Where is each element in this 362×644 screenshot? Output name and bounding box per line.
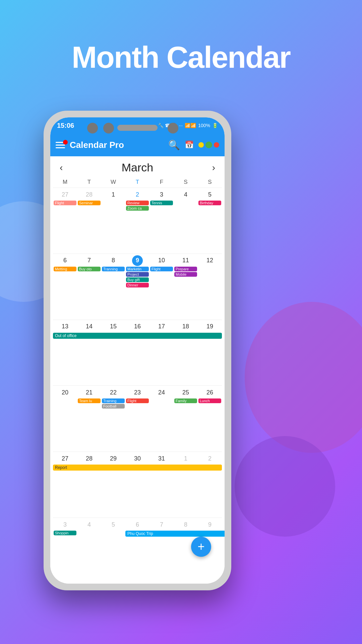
day-num-mar7: 7 — [84, 255, 95, 266]
cal-day-mar26[interactable]: 26 Lunch — [198, 386, 222, 451]
cal-day-mar14[interactable]: 14 — [77, 320, 101, 386]
day-num-mar23: 23 — [132, 387, 143, 398]
search-icon[interactable]: 🔍 — [168, 140, 180, 151]
cal-day-mar2[interactable]: 2 Review Zoom ca — [125, 188, 149, 254]
cal-day-mar3[interactable]: 3 Tennis — [149, 188, 174, 254]
cal-day-mar27[interactable]: 27 — [53, 452, 77, 518]
speaker — [117, 125, 158, 131]
cal-day-apr2[interactable]: 2 Family — [198, 452, 222, 518]
event-dinner[interactable]: Dinner — [126, 283, 149, 287]
day-num-mar14: 14 — [84, 321, 95, 332]
cal-day-apr5[interactable]: 5 — [101, 518, 125, 584]
event-family-mar25[interactable]: Family — [174, 398, 197, 403]
cal-day-mar19[interactable]: 19 — [198, 320, 222, 386]
cal-day-mar5[interactable]: 5 Birthday — [198, 188, 222, 254]
cal-day-mar6[interactable]: 6 Metting — [53, 254, 77, 320]
event-flight-mar10[interactable]: Flight — [150, 267, 173, 271]
event-buyoto[interactable]: Buy oto — [78, 267, 101, 271]
cal-day-mar17[interactable]: 17 — [149, 320, 174, 386]
event-tennis[interactable]: Tennis — [150, 201, 173, 205]
cal-day-apr3[interactable]: 3 Shoppin — [53, 518, 77, 584]
next-month-button[interactable]: › — [209, 162, 219, 173]
week-4: 20 21 Team lu 22 Training Football 23 — [53, 385, 222, 451]
event-training[interactable]: Training — [102, 398, 125, 403]
event-prepare[interactable]: Prepare — [174, 267, 197, 271]
signal-icon: 📶📶 — [185, 123, 196, 128]
cal-day-mar20[interactable]: 20 — [53, 386, 77, 451]
cal-day-mar22[interactable]: 22 Training Football — [101, 386, 125, 451]
status-icons: 🔧 ☎ 🚶 ··· 📶📶 100% 🔋 — [158, 123, 218, 128]
day-num-mar1: 1 — [108, 189, 119, 200]
cal-day-mar15[interactable]: 15 — [101, 320, 125, 386]
event-out-of-office[interactable]: Out of office — [53, 333, 222, 339]
day-num-feb28: 28 — [84, 189, 95, 200]
event-flight-feb27[interactable]: Flight — [54, 201, 76, 205]
cal-day-apr1[interactable]: 1 — [174, 452, 198, 518]
cal-day-mar12[interactable]: 12 — [198, 254, 222, 320]
day-num-mar24: 24 — [156, 387, 167, 398]
cal-day-mar23[interactable]: 23 Flight — [125, 386, 149, 451]
add-event-button[interactable]: + — [191, 537, 211, 557]
event-metting[interactable]: Metting — [54, 267, 76, 271]
menu-button[interactable] — [56, 142, 65, 148]
camera-right — [103, 123, 114, 133]
day-num-mar17: 17 — [156, 321, 167, 332]
event-phuquoc[interactable]: Phu Quoc Trip — [125, 531, 225, 537]
cal-day-mar18[interactable]: 18 — [174, 320, 198, 386]
day-num-feb27: 27 — [60, 189, 70, 200]
menu-line-3 — [56, 147, 65, 148]
event-football[interactable]: Football — [102, 404, 125, 409]
cal-day-feb27[interactable]: 27 Flight — [53, 188, 77, 254]
cal-day-mar25[interactable]: 25 Family — [174, 386, 198, 451]
day-num-mar31: 31 — [156, 453, 167, 464]
cal-day-mar4[interactable]: 4 — [174, 188, 198, 254]
week-5: 27 28 29 30 31 — [53, 451, 222, 518]
month-name: March — [122, 161, 153, 174]
day-num-apr7: 7 — [156, 519, 167, 530]
cal-day-mar24[interactable]: 24 — [149, 386, 174, 451]
event-tranning[interactable]: Tranning — [102, 267, 125, 271]
event-flight-mar23[interactable]: Flight — [126, 398, 149, 403]
calendar-icon[interactable]: 📅 — [185, 141, 194, 149]
day-headers: M T W T F S S — [53, 177, 222, 187]
prev-month-button[interactable]: ‹ — [56, 162, 66, 173]
event-project[interactable]: Project — [126, 272, 149, 277]
calendar-content: ‹ March › M T W T F S S — [50, 156, 225, 584]
day-num-mar21: 21 — [84, 387, 95, 398]
event-marketin[interactable]: Marketin — [126, 267, 149, 271]
event-zoom[interactable]: Zoom ca — [126, 206, 149, 211]
header-sat: S — [174, 178, 198, 186]
event-mobile[interactable]: Mobile — [174, 272, 197, 277]
cal-day-feb28[interactable]: 28 Seminar — [77, 188, 101, 254]
cal-day-mar10[interactable]: 10 Flight — [149, 254, 174, 320]
cal-day-mar9[interactable]: 9 Marketin Project Buy gift Dinner — [125, 254, 149, 320]
cal-day-mar30[interactable]: 30 — [125, 452, 149, 518]
event-birthday[interactable]: Birthday — [198, 201, 221, 205]
cal-day-mar28[interactable]: 28 — [77, 452, 101, 518]
cal-day-mar31[interactable]: 31 — [149, 452, 174, 518]
event-buygift[interactable]: Buy gift — [126, 277, 149, 282]
cal-day-mar21[interactable]: 21 Team lu — [77, 386, 101, 451]
event-teamlu[interactable]: Team lu — [78, 398, 101, 403]
cal-day-mar8[interactable]: 8 Tranning — [101, 254, 125, 320]
dot-green — [205, 142, 212, 148]
header-thu: T — [125, 178, 149, 186]
cal-day-mar29[interactable]: 29 — [101, 452, 125, 518]
day-num-mar3: 3 — [156, 189, 167, 200]
cal-day-mar16[interactable]: 16 — [125, 320, 149, 386]
event-review[interactable]: Review — [126, 201, 149, 205]
cal-day-mar13[interactable]: 13 — [53, 320, 77, 386]
event-seminar[interactable]: Seminar — [78, 201, 101, 205]
cal-day-mar7[interactable]: 7 Buy oto — [77, 254, 101, 320]
cal-day-mar11[interactable]: 11 Prepare Mobile — [174, 254, 198, 320]
event-lunch[interactable]: Lunch — [198, 398, 221, 403]
header-mon: M — [53, 178, 77, 186]
event-report[interactable]: Report — [53, 465, 222, 471]
cal-day-apr6[interactable]: 6 — [125, 518, 149, 584]
day-num-apr5: 5 — [108, 519, 119, 530]
cal-day-apr7[interactable]: 7 — [149, 518, 174, 584]
cal-day-apr4[interactable]: 4 — [77, 518, 101, 584]
day-num-mar4: 4 — [180, 189, 191, 200]
event-shoppin[interactable]: Shoppin — [54, 531, 76, 535]
cal-day-mar1[interactable]: 1 — [101, 188, 125, 254]
